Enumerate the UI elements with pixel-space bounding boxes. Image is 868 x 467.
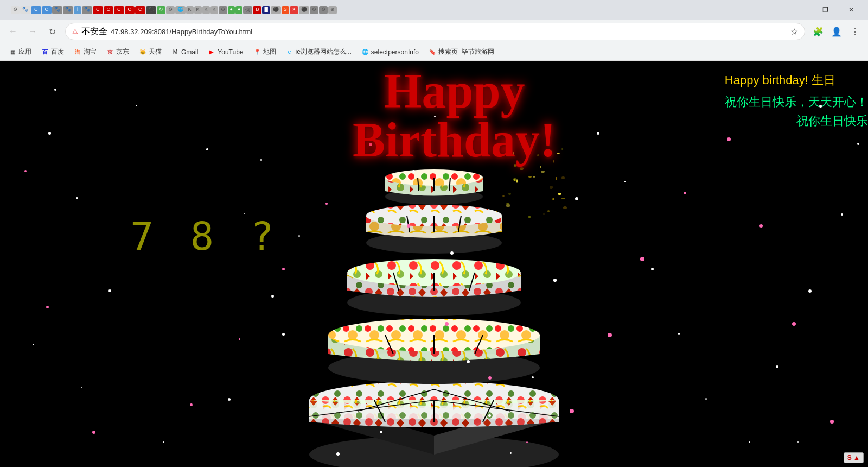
star-white	[48, 132, 51, 135]
security-icon: ⚠	[72, 28, 78, 35]
star-white	[54, 89, 56, 91]
cake-svg	[298, 107, 570, 467]
star-white	[624, 181, 626, 182]
bookmark-label: 京东	[116, 47, 129, 56]
bookmark-maps[interactable]: 📍 地图	[249, 46, 280, 59]
tmall-favicon: 🐱	[139, 48, 146, 56]
star-white	[391, 279, 392, 280]
status-icon[interactable]: S ▲	[844, 452, 864, 463]
star-white	[271, 295, 274, 298]
star-white	[282, 333, 285, 336]
bookmark-label: 淘宝	[84, 47, 97, 56]
taobao-favicon: 淘	[74, 48, 81, 56]
star-white	[488, 414, 491, 417]
star-white	[510, 452, 512, 454]
toolbar-right: 🧩 👤 ⋮	[809, 23, 864, 40]
maximize-button[interactable]: ❐	[813, 0, 838, 20]
star-white	[136, 105, 137, 106]
bookmark-gmail[interactable]: M Gmail	[167, 46, 202, 59]
star-white	[228, 398, 231, 401]
birthday-cake	[298, 107, 570, 467]
forward-button[interactable]: →	[24, 23, 41, 40]
star-white	[749, 441, 750, 443]
bookmark-youtube[interactable]: ▶ YouTube	[203, 46, 247, 59]
star-pink	[792, 322, 796, 326]
star-pink	[24, 170, 27, 172]
address-bar[interactable]: ⚠ 不安全 47.98.32.209:8081/HappyBirthdayToY…	[65, 23, 805, 40]
bookmark-selectperson[interactable]: 🌐 selectpersonInfo	[357, 46, 423, 59]
security-label: 不安全	[81, 26, 107, 37]
bookmark-jd[interactable]: 京 京东	[102, 46, 133, 59]
star-white	[705, 398, 707, 400]
baidu-favicon: 百	[41, 48, 49, 56]
star-pink	[684, 192, 686, 194]
star-pink	[190, 403, 193, 406]
bookmark-ie[interactable]: e ie浏览器网站怎么...	[282, 46, 356, 59]
maps-favicon: 📍	[253, 48, 261, 56]
ie-favicon: e	[286, 48, 293, 56]
bookmark-bijie[interactable]: 🔖 搜索页_毕节旅游网	[424, 46, 499, 59]
select-favicon: 🌐	[361, 48, 369, 56]
star-pink	[239, 338, 240, 340]
star-pink	[445, 322, 449, 326]
star-pink	[830, 420, 834, 424]
bookmark-baidu[interactable]: 百 百度	[37, 46, 68, 59]
star-white	[81, 387, 82, 388]
right-message-3: 祝你生日快乐	[796, 113, 868, 129]
star-white	[450, 251, 454, 255]
toolbar: ← → ↻ ⚠ 不安全 47.98.32.209:8081/HappyBirth…	[0, 20, 868, 43]
minimize-button[interactable]: —	[787, 0, 812, 20]
star-white	[336, 452, 340, 456]
close-button[interactable]: ✕	[839, 0, 864, 20]
star-white	[108, 289, 111, 292]
star-pink	[640, 257, 644, 261]
right-message-2: 祝你生日快乐，天天开心！	[725, 94, 868, 110]
star-white	[597, 132, 599, 135]
star-white	[808, 289, 812, 293]
apps-favicon: ▦	[9, 48, 16, 56]
star-white	[163, 441, 164, 443]
bookmark-label: 百度	[51, 47, 64, 56]
star-white	[575, 197, 578, 200]
star-white	[651, 268, 654, 270]
star-pink	[282, 268, 285, 270]
reload-button[interactable]: ↻	[43, 23, 61, 40]
bookmarks-bar: ▦ 应用 百 百度 淘 淘宝 京 京东 🐱 天猫 M Gmail ▶ YouTu…	[0, 43, 868, 61]
extensions-button[interactable]: 🧩	[809, 23, 827, 40]
bookmark-tmall[interactable]: 🐱 天猫	[135, 46, 166, 59]
bookmark-label: 应用	[18, 47, 31, 56]
bookmark-label: 地图	[263, 47, 276, 56]
star-white	[260, 159, 262, 161]
bookmark-apps[interactable]: ▦ 应用	[4, 46, 36, 59]
address-text: 47.98.32.209:8081/HappyBirthdayToYou.htm…	[111, 28, 787, 36]
star-pink	[570, 409, 574, 413]
status-icon-label: S ▲	[847, 454, 860, 462]
menu-button[interactable]: ⋮	[846, 23, 864, 40]
star-pink	[46, 306, 49, 308]
star-white	[776, 365, 778, 368]
bookmark-label: 天猫	[149, 47, 162, 56]
star-white	[857, 143, 859, 145]
bookmark-star-icon[interactable]: ☆	[790, 27, 798, 37]
browser-chrome: ⚙ 🐾 C C 🐾 🐾 i 🐾 C C C C C ⚫ ↻ ⚙ 🌐 K K K	[0, 0, 868, 61]
star-white	[76, 197, 78, 199]
star-white	[33, 344, 34, 345]
star-white	[467, 360, 470, 363]
profile-button[interactable]: 👤	[828, 23, 845, 40]
bookmark-label: ie浏览器网站怎么...	[296, 47, 352, 56]
window-controls[interactable]: — ❐ ✕	[787, 0, 864, 20]
bookmark-taobao[interactable]: 淘 淘宝	[69, 46, 101, 59]
right-message-1: Happy birthday! 生日	[725, 72, 835, 89]
bookmark-label: 搜索页_毕节旅游网	[438, 47, 494, 56]
star-pink	[326, 203, 328, 205]
star-white	[678, 333, 680, 335]
youtube-favicon: ▶	[208, 48, 215, 56]
star-white	[553, 279, 557, 282]
bijie-favicon: 🔖	[429, 48, 436, 56]
page-content: Happy Birthday! Happy birthday! 生日 祝你生日快…	[0, 61, 868, 467]
title-bar: ⚙ 🐾 C C 🐾 🐾 i 🐾 C C C C C ⚫ ↻ ⚙ 🌐 K K K	[0, 0, 868, 20]
star-white	[206, 148, 208, 150]
star-pink	[727, 137, 731, 141]
star-pink	[608, 333, 612, 337]
back-button[interactable]: ←	[4, 23, 22, 40]
